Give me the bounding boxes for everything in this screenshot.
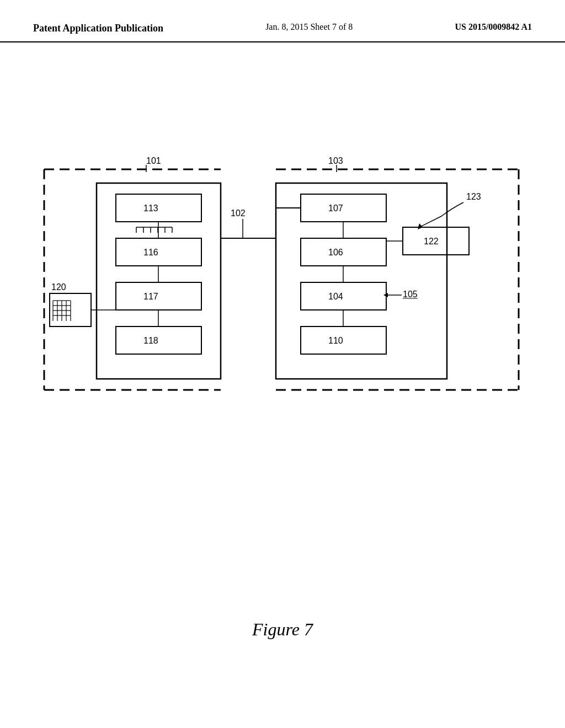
svg-marker-48 (418, 223, 423, 229)
diagram-area: 101 102 103 113 116 117 (0, 98, 565, 484)
label-120: 120 (51, 282, 66, 292)
label-104: 104 (328, 292, 343, 301)
label-113: 113 (143, 204, 158, 213)
svg-rect-21 (116, 238, 201, 266)
label-101: 101 (146, 156, 161, 165)
label-110: 110 (328, 336, 343, 345)
svg-rect-39 (301, 238, 386, 266)
label-107: 107 (328, 204, 343, 213)
svg-rect-25 (116, 326, 201, 354)
label-123: 123 (466, 192, 481, 201)
svg-rect-41 (301, 282, 386, 310)
label-106: 106 (328, 248, 343, 257)
patent-diagram: 101 102 103 113 116 117 (0, 98, 565, 484)
date-sheet-label: Jan. 8, 2015 Sheet 7 of 8 (265, 22, 353, 32)
svg-rect-23 (116, 282, 201, 310)
label-105: 105 (403, 290, 418, 299)
label-118: 118 (143, 336, 158, 345)
svg-rect-37 (301, 194, 386, 222)
label-116: 116 (143, 248, 158, 257)
page-header: Patent Application Publication Jan. 8, 2… (0, 0, 565, 42)
label-103: 103 (328, 156, 343, 165)
label-122: 122 (424, 237, 439, 246)
svg-rect-43 (301, 326, 386, 354)
label-117: 117 (143, 292, 158, 301)
publication-label: Patent Application Publication (33, 22, 163, 35)
svg-rect-12 (116, 194, 201, 222)
figure-caption: Figure 7 (0, 619, 565, 640)
patent-number-label: US 2015/0009842 A1 (455, 22, 532, 32)
label-102: 102 (231, 208, 246, 218)
svg-rect-7 (276, 183, 447, 379)
